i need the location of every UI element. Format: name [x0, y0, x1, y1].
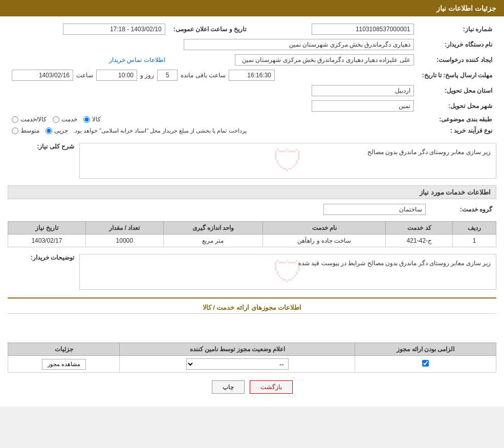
- need-description-label: شرح کلی نیاز:: [8, 140, 74, 150]
- radio-khedmat-label: خدمت: [61, 116, 77, 123]
- perm-details-cell: مشاهده مجوز: [8, 356, 120, 373]
- radio-kala-khedmat: کالا/خدمت: [12, 116, 47, 123]
- requester-value: علی علیزاده دهیار دهیاری دگرماندرق بخش م…: [169, 52, 418, 68]
- section-separator: [8, 297, 496, 298]
- service-group-input: ساختمان: [323, 204, 426, 215]
- radio-khedmat: خدمت: [53, 116, 77, 123]
- list-item: -- مشاهده مجوز: [8, 356, 496, 373]
- province-value: اردبیل: [8, 83, 418, 98]
- col-row: ردیف: [453, 222, 496, 234]
- need-description-container: 🛡 زیر سازی معابر روستای دگر ماندرق بدون …: [79, 140, 496, 181]
- buyer-desc-value: زیر سازی معابر روستای دگر ماندرق بدون مص…: [298, 260, 491, 267]
- category-radios: کالا/خدمت خدمت کالا: [8, 114, 418, 125]
- buyer-desc-container: 🛡 زیر سازی معابر روستای دگر ماندرق بدون …: [79, 251, 496, 292]
- province-input: اردبیل: [312, 85, 414, 96]
- need-description-section: شرح کلی نیاز: 🛡 زیر سازی معابر روستای دگ…: [8, 140, 496, 181]
- service-group-grid: گروه خدمت: ساختمان: [8, 202, 496, 217]
- radio-jozii: جزیی: [46, 127, 68, 134]
- bottom-buttons: بازگشت چاپ: [8, 380, 496, 394]
- buyer-org-label: نام دستگاه خریدار:: [418, 37, 496, 52]
- radio-kala-input[interactable]: [83, 116, 90, 123]
- spacer: [8, 318, 496, 338]
- radio-jozii-label: جزیی: [54, 127, 68, 134]
- cell-quantity: 10000: [85, 234, 163, 247]
- radio-jozii-input[interactable]: [46, 127, 52, 134]
- need-number-value: 1103108537000001: [256, 22, 418, 37]
- purchase-type-row: متوسط جزیی پرداخت تمام یا بخشی از مبلغ خ…: [8, 125, 418, 136]
- deadline-date: 1403/02/16: [12, 70, 73, 81]
- watermark-icon: 🛡: [273, 143, 303, 179]
- perm-required-checkbox[interactable]: [422, 360, 429, 367]
- deadline-remaining: 16:16:30: [229, 70, 275, 81]
- service-group-label: گروه خدمت:: [430, 202, 496, 217]
- col-quantity: تعداد / مقدار: [85, 222, 163, 234]
- need-description-watermark-area: 🛡 زیر سازی معابر روستای دگر ماندرق بدون …: [79, 143, 496, 179]
- buyer-desc-watermark-area: 🛡 زیر سازی معابر روستای دگر ماندرق بدون …: [79, 254, 496, 290]
- announcement-date-label: تاریخ و ساعت اعلان عمومی:: [169, 22, 256, 37]
- announcement-date-input: 1403/02/10 - 17:18: [63, 24, 165, 35]
- perm-col-required: الزامی بودن ارائه مجوز: [355, 343, 496, 356]
- contact-link[interactable]: اطلاعات تماس خریدار: [109, 56, 165, 63]
- purchase-type-label: نوع فرآیند خرید :: [418, 125, 496, 136]
- radio-motavaset-input[interactable]: [12, 127, 18, 134]
- radio-kala-khedmat-input[interactable]: [12, 116, 18, 123]
- col-code: کد خدمت: [386, 222, 453, 234]
- services-section-title: اطلاعات خدمات مورد نیاز: [8, 185, 496, 199]
- back-button[interactable]: بازگشت: [250, 380, 293, 394]
- perm-status-select[interactable]: --: [186, 358, 289, 370]
- city-value: نمین: [8, 98, 418, 114]
- buyer-desc-label: توضیحات خریدار:: [8, 251, 74, 261]
- perm-status-cell: --: [120, 356, 355, 373]
- radio-kala-khedmat-label: کالا/خدمت: [20, 116, 47, 123]
- purchase-note: پرداخت تمام یا بخشی از مبلغ خریداز محل "…: [73, 127, 247, 134]
- deadline-remaining-label: ساعت باقی مانده: [181, 72, 226, 79]
- perm-required-cell: [355, 356, 496, 373]
- permissions-table: الزامی بودن ارائه مجوز اعلام وضعیت مجوز …: [8, 343, 496, 373]
- buyer-desc-section: توضیحات خریدار: 🛡 زیر سازی معابر روستای …: [8, 251, 496, 292]
- page-wrapper: جزئیات اطلاعات نیاز شماره نیاز: 11031085…: [0, 0, 504, 407]
- col-unit: واحد اندازه گیری: [163, 222, 262, 234]
- table-row: 1 ج-42-421 ساخت جاده و راهآهن متر مربع 1…: [8, 234, 496, 247]
- deadline-row: 1403/02/16 ساعت 10:00 روز و 5 ساعت باقی …: [8, 68, 418, 83]
- need-number-label: شماره نیاز:: [418, 22, 496, 37]
- need-description-value: زیر سازی معابر روستای دگر ماندرق بدون مص…: [367, 148, 491, 156]
- services-label: اطلاعات خدمات مورد نیاز: [420, 188, 491, 196]
- province-label: استان محل تحویل:: [418, 83, 496, 98]
- radio-motavaset: متوسط: [12, 127, 39, 134]
- content-area: شماره نیاز: 1103108537000001 تاریخ و ساع…: [0, 16, 504, 407]
- page-header: جزئیات اطلاعات نیاز: [0, 0, 504, 16]
- print-button[interactable]: چاپ: [212, 380, 245, 394]
- announcement-date-value: 1403/02/10 - 17:18: [8, 22, 169, 37]
- radio-kala-label: کالا: [92, 116, 101, 123]
- col-date: تاریخ نیاز: [8, 222, 86, 234]
- radio-khedmat-input[interactable]: [53, 116, 59, 123]
- deadline-days: 5: [157, 70, 178, 81]
- cell-date: 1403/02/17: [8, 234, 86, 247]
- cell-unit: متر مربع: [163, 234, 262, 247]
- radio-motavaset-label: متوسط: [20, 127, 39, 134]
- deadline-time: 10:00: [96, 70, 137, 81]
- deadline-days-label: روز و: [140, 72, 154, 79]
- buyer-org-value: دهیاری دگرماندرق بخش مرکزی شهرستان نمین: [8, 37, 418, 52]
- deadline-time-label: ساعت: [76, 72, 93, 79]
- requester-input: علی علیزاده دهیار دهیاری دگرماندرق بخش م…: [235, 54, 414, 66]
- service-group-value: ساختمان: [8, 202, 430, 217]
- city-label: شهر محل تحویل:: [418, 98, 496, 114]
- perm-col-details: جزئیات: [8, 343, 120, 356]
- need-number-input: 1103108537000001: [312, 24, 414, 35]
- city-input: نمین: [312, 100, 414, 112]
- services-table: ردیف کد خدمت نام خدمت واحد اندازه گیری ت…: [8, 221, 496, 247]
- buyer-org-input: دهیاری دگرماندرق بخش مرکزی شهرستان نمین: [184, 39, 414, 50]
- cell-name: ساخت جاده و راهآهن: [263, 234, 386, 247]
- requester-label: ایجاد کننده درخواست:: [418, 52, 496, 68]
- page-title: جزئیات اطلاعات نیاز: [436, 4, 496, 12]
- col-name: نام خدمت: [263, 222, 386, 234]
- info-grid: شماره نیاز: 1103108537000001 تاریخ و ساع…: [8, 22, 496, 136]
- cell-code: ج-42-421: [386, 234, 453, 247]
- radio-kala: کالا: [83, 116, 101, 123]
- cell-row: 1: [453, 234, 496, 247]
- view-permission-button[interactable]: مشاهده مجوز: [42, 359, 86, 370]
- perm-col-status: اعلام وضعیت مجوز توسط نامین کننده: [120, 343, 355, 356]
- deadline-label: مهلت ارسال پاسخ: تا تاریخ:: [418, 68, 496, 83]
- permissions-label: اطلاعات مجوزهای ارائه خدمت / کالا: [8, 304, 496, 314]
